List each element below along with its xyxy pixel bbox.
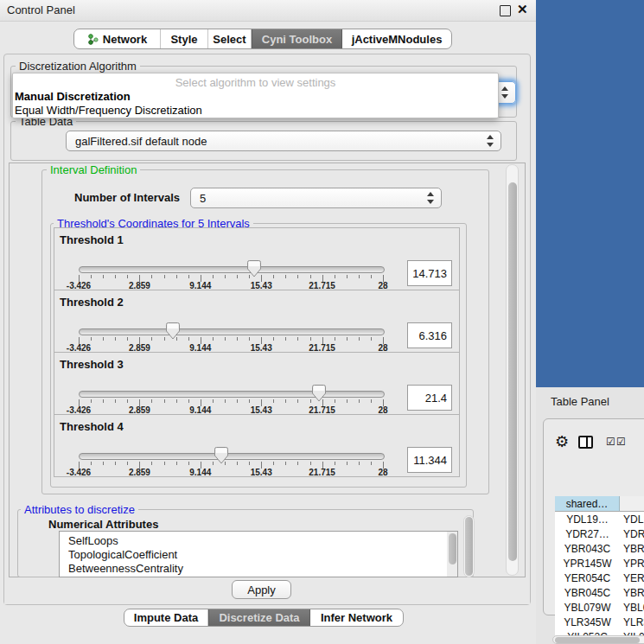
gear-icon[interactable]: ⚙ (555, 432, 569, 451)
table-row[interactable]: YBL079WYBL0 (555, 600, 644, 615)
slider-minor-tick (347, 399, 348, 403)
slider-minor-tick (176, 399, 177, 403)
slider-minor-tick (164, 462, 165, 465)
threshold-slider-thumb[interactable] (247, 260, 261, 277)
slider-minor-tick (371, 337, 372, 341)
table-row[interactable]: YER054CYER0 (555, 571, 644, 585)
threshold-value-field[interactable]: 6.316 (407, 322, 452, 348)
close-icon[interactable]: ✕ (517, 2, 528, 17)
tab-infer-network-label: Infer Network (321, 611, 392, 624)
slider-minor-tick (249, 462, 250, 465)
checkbox-checked-icon[interactable]: ☑ (616, 436, 626, 448)
algorithm-option-manual[interactable]: Manual Discretization (15, 90, 131, 103)
table-column-header[interactable]: shared… (555, 496, 620, 512)
table-row[interactable]: YIL052CYIL0 (555, 629, 644, 635)
algorithm-prompt-option[interactable]: Select algorithm to view settings (13, 76, 498, 89)
threshold-slider-track[interactable] (79, 391, 385, 398)
table-cell: YPR145W (555, 556, 620, 571)
split-columns-icon[interactable] (578, 436, 593, 449)
slider-minor-tick (127, 337, 128, 341)
tab-select[interactable]: Select (208, 29, 252, 48)
tab-cyni-toolbox[interactable]: Cyni Toolbox (252, 29, 342, 48)
attributes-pane-scrollbar[interactable] (463, 515, 475, 577)
tab-style-label: Style (170, 33, 197, 46)
threshold-value-field[interactable]: 11.344 (407, 447, 452, 473)
tab-jactivemnodules[interactable]: jActiveMNodules (342, 29, 451, 48)
tab-infer-network[interactable]: Infer Network (310, 609, 403, 626)
main-scrollbar[interactable] (506, 164, 519, 576)
slider-minor-tick (237, 275, 238, 278)
numerical-attributes-list[interactable]: SelfLoopsTopologicalCoefficientBetweenne… (59, 531, 458, 577)
table-cell: YLR3 (620, 615, 644, 629)
desktop-background: GAL80GACGAL11GAL4GCY1HHAP2 (536, 0, 644, 387)
threshold-value-field[interactable]: 14.713 (407, 260, 452, 286)
table-row[interactable]: YBR043CYBR0 (555, 541, 644, 556)
slider-minor-tick (347, 275, 348, 278)
table-cell: YLR345W (555, 615, 620, 629)
node-table: shared…na YDL19…YDL1YDR27…YDR2YBR043CYBR… (555, 496, 644, 635)
table-cell: YER054C (555, 571, 620, 585)
slider-minor-tick (176, 462, 177, 465)
checkbox-checked-icon[interactable]: ☑ (606, 436, 615, 448)
table-row[interactable]: YPR145WYPR1 (555, 556, 644, 571)
algorithm-option-equal-width[interactable]: Equal Width/Frequency Discretization (15, 104, 202, 117)
attribute-list-item[interactable]: SelfLoops (60, 534, 457, 548)
attribute-list-item[interactable]: BetweennessCentrality (60, 562, 457, 576)
slider-minor-tick (359, 337, 360, 341)
table-cell: YBL079W (555, 600, 620, 615)
slider-minor-tick (103, 337, 104, 341)
table-row[interactable]: YDR27…YDR2 (555, 526, 644, 541)
slider-minor-tick (103, 399, 104, 403)
float-window-icon[interactable] (500, 5, 511, 16)
table-data-value: galFiltered.sif default node (75, 135, 207, 148)
slider-minor-tick (213, 399, 214, 403)
node-table-header: shared…na (555, 496, 644, 512)
table-column-header[interactable]: na (620, 496, 644, 512)
slider-minor-tick (225, 399, 226, 403)
threshold-value-field[interactable]: 21.4 (407, 385, 452, 411)
slider-minor-tick (115, 462, 116, 465)
slider-minor-tick (347, 337, 348, 341)
slider-minor-tick (127, 275, 128, 278)
table-data-combobox[interactable]: galFiltered.sif default node (66, 131, 501, 151)
table-row[interactable]: YBR045CYBR0 (555, 585, 644, 600)
number-of-intervals-combobox[interactable]: 5 (190, 188, 442, 208)
slider-tick-label: -3.426 (67, 468, 91, 477)
table-cell: YBL0 (620, 600, 644, 615)
table-cell: YBR045C (555, 585, 620, 600)
threshold-slider-track[interactable] (79, 453, 385, 460)
attributes-group-label: Attributes to discretize (21, 503, 138, 516)
tab-network[interactable]: Network (74, 29, 161, 48)
attributes-list-scrollbar[interactable] (447, 532, 457, 577)
slider-tick-label: 15.43 (251, 468, 272, 477)
slider-minor-tick (237, 399, 238, 403)
top-tabbar: Network Style Select Cyni Toolbox jActiv… (73, 29, 452, 49)
threshold-slider-track[interactable] (79, 328, 385, 335)
slider-minor-tick (335, 462, 335, 465)
slider-minor-tick (151, 275, 152, 278)
threshold-slider-track[interactable] (79, 266, 385, 273)
slider-minor-tick (335, 399, 335, 403)
slider-minor-tick (213, 337, 214, 341)
slider-minor-tick (310, 399, 311, 403)
table-cell: YBR043C (555, 541, 620, 556)
table-row[interactable]: YLR345WYLR3 (555, 615, 644, 629)
slider-minor-tick (188, 399, 189, 403)
threshold-slider-thumb[interactable] (166, 322, 180, 340)
tab-style[interactable]: Style (161, 29, 208, 48)
slider-minor-tick (115, 337, 116, 341)
slider-minor-tick (273, 275, 274, 278)
table-horizontal-scrollbar[interactable] (552, 635, 644, 644)
tab-cyni-toolbox-label: Cyni Toolbox (262, 33, 332, 46)
tab-discretize-data[interactable]: Discretize Data (208, 609, 310, 626)
apply-button[interactable]: Apply (232, 580, 291, 599)
threshold-slider-thumb[interactable] (312, 385, 326, 402)
table-cell: YIL0 (620, 629, 644, 635)
attribute-list-item[interactable]: TopologicalCoefficient (60, 548, 457, 562)
control-panel: Control Panel ✕ Network Style Select Cyn… (0, 0, 536, 644)
combo-stepper-icon (427, 192, 435, 204)
threshold-slider-thumb[interactable] (214, 447, 228, 464)
table-row[interactable]: YDL19…YDL1 (555, 512, 644, 526)
tab-impute-data[interactable]: Impute Data (124, 609, 208, 626)
interval-definition-group-label: Interval Definition (47, 163, 140, 176)
